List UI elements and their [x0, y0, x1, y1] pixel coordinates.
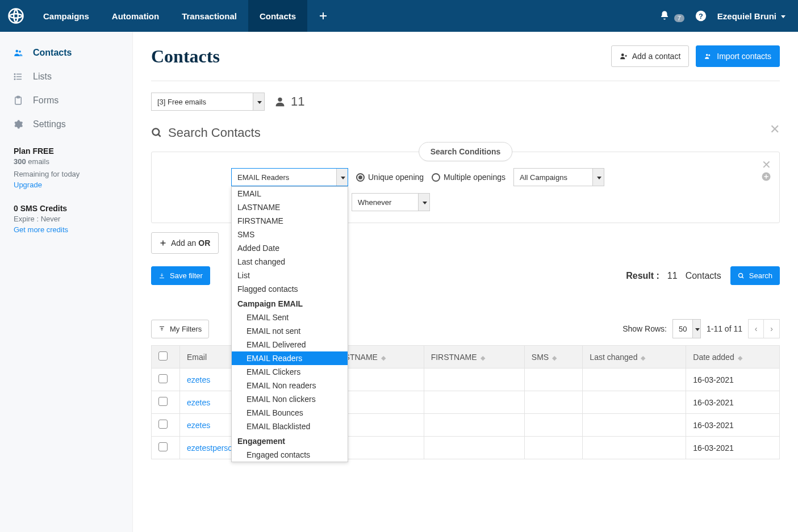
pagination: Show Rows: 50 1-11 of 11 ‹ › [622, 319, 780, 338]
dropdown-option[interactable]: EMAIL Clickers [232, 365, 348, 379]
dropdown-option[interactable]: Added Date [232, 241, 348, 255]
user-menu[interactable]: Ezequiel Bruni [717, 11, 786, 21]
list-icon [12, 72, 24, 82]
dropdown-option[interactable]: EMAIL Non clickers [232, 392, 348, 406]
email-link[interactable]: ezetes [187, 398, 210, 407]
row-checkbox[interactable] [158, 397, 168, 406]
sidebar-label-forms: Forms [33, 95, 59, 106]
search-icon [151, 127, 162, 139]
dropdown-option[interactable]: EMAIL [232, 187, 348, 200]
dropdown-option[interactable]: EMAIL Readers [232, 351, 348, 365]
help-icon[interactable]: ? [695, 10, 707, 22]
gear-icon [12, 119, 24, 129]
sidebar-item-lists[interactable]: Lists [0, 65, 132, 89]
row-checkbox[interactable] [158, 374, 168, 383]
dropdown-option[interactable]: EMAIL Sent [232, 311, 348, 324]
plan-section: Plan FREE 300 emails Remaining for today… [0, 136, 132, 194]
th-sms[interactable]: SMS◆ [524, 346, 583, 368]
th-lastchanged[interactable]: Last changed◆ [583, 346, 686, 368]
dropdown-option: Engagement [232, 433, 348, 448]
add-contact-button[interactable]: Add a contact [611, 45, 690, 67]
sidebar-label-lists: Lists [33, 72, 52, 82]
notification-bell-icon[interactable]: 7 [659, 10, 684, 22]
svg-line-29 [742, 277, 743, 278]
nav-add-icon[interactable] [307, 0, 339, 32]
nav-contacts[interactable]: Contacts [248, 0, 307, 32]
svg-point-0 [9, 9, 23, 23]
result-word: Contacts [686, 271, 721, 281]
nav-transactional[interactable]: Transactional [170, 0, 248, 32]
import-contacts-button[interactable]: Import contacts [696, 45, 780, 67]
select-all-checkbox[interactable] [158, 351, 168, 361]
svg-point-15 [621, 53, 624, 56]
plan-title: Plan FREE [14, 146, 119, 156]
next-page-button[interactable]: › [764, 319, 780, 338]
svg-point-20 [278, 98, 282, 102]
sidebar-item-forms[interactable]: Forms [0, 89, 132, 112]
email-link[interactable]: ezetes [187, 421, 210, 430]
dropdown-option[interactable]: EMAIL Non readers [232, 379, 348, 392]
chevron-down-icon [336, 169, 348, 186]
dropdown-option[interactable]: EMAIL Bounces [232, 406, 348, 420]
email-link[interactable]: ezetes [187, 375, 210, 384]
save-filter-button[interactable]: Save filter [151, 266, 210, 285]
result-label: Result : [626, 271, 659, 281]
chevron-down-icon [253, 93, 264, 110]
show-rows-label: Show Rows: [622, 324, 667, 333]
users-icon [12, 48, 24, 58]
sidebar-item-settings[interactable]: Settings [0, 112, 132, 136]
date-added-cell: 16-03-2021 [686, 437, 780, 459]
list-select[interactable]: [3] Free emails [151, 93, 265, 111]
field-select[interactable]: EMAIL Readers [231, 168, 348, 186]
add-or-condition-button[interactable]: Add an OR [151, 232, 219, 254]
dropdown-option[interactable]: EMAIL Blacklisted [232, 420, 348, 433]
campaign-select[interactable]: All Campaigns [513, 168, 604, 186]
dropdown-option[interactable]: Last changed [232, 255, 348, 269]
import-contacts-icon [704, 52, 712, 60]
upgrade-link[interactable]: Upgrade [14, 181, 119, 189]
svg-line-22 [158, 135, 161, 137]
svg-text:?: ? [699, 12, 703, 20]
dropdown-option[interactable]: Engaged contacts [232, 448, 348, 462]
get-credits-link[interactable]: Get more credits [14, 225, 119, 234]
sidebar-item-contacts[interactable]: Contacts [0, 41, 132, 65]
radio-multiple-openings[interactable]: Multiple openings [432, 173, 505, 182]
page-range: 1-11 of 11 [707, 324, 742, 333]
contact-count: 11 [274, 94, 304, 109]
dropdown-option[interactable]: List [232, 269, 348, 282]
my-filters-button[interactable]: My Filters [151, 320, 209, 338]
close-search-icon[interactable]: ✕ [770, 122, 780, 137]
search-contacts-title: Search Contacts ✕ [151, 125, 780, 140]
add-condition-icon[interactable] [761, 171, 771, 183]
dropdown-option[interactable]: EMAIL not sent [232, 324, 348, 338]
remove-condition-icon[interactable]: ✕ [762, 158, 771, 171]
dropdown-option: Campaign EMAIL [232, 296, 348, 311]
search-button[interactable]: Search [730, 266, 780, 285]
svg-point-12 [14, 79, 15, 80]
add-contact-icon [620, 52, 628, 60]
th-firstname[interactable]: FIRSTNAME◆ [424, 346, 524, 368]
dropdown-option[interactable]: FIRSTNAME [232, 214, 348, 228]
th-dateadded[interactable]: Date added◆ [686, 346, 780, 368]
time-select[interactable]: Whenever [352, 193, 430, 211]
date-added-cell: 16-03-2021 [686, 368, 780, 391]
field-dropdown-panel: EMAILLASTNAMEFIRSTNAMESMSAdded DateLast … [231, 186, 348, 462]
dropdown-option[interactable]: LASTNAME [232, 200, 348, 214]
notification-count: 7 [674, 14, 684, 22]
svg-point-28 [738, 273, 742, 277]
dropdown-option[interactable]: Flagged contacts [232, 282, 348, 296]
radio-unique-opening[interactable]: Unique opening [356, 173, 424, 182]
prev-page-button[interactable]: ‹ [748, 319, 764, 338]
row-checkbox[interactable] [158, 442, 168, 451]
svg-point-11 [14, 76, 15, 77]
chevron-down-icon [592, 169, 604, 186]
dropdown-option[interactable]: EMAIL Delivered [232, 338, 348, 351]
nav-automation[interactable]: Automation [101, 0, 170, 32]
chevron-down-icon [692, 320, 700, 338]
svg-point-18 [706, 54, 708, 56]
dropdown-option[interactable]: SMS [232, 228, 348, 241]
row-checkbox[interactable] [158, 420, 168, 429]
logo[interactable] [0, 0, 32, 32]
rows-select[interactable]: 50 [672, 319, 701, 338]
nav-campaigns[interactable]: Campaigns [32, 0, 101, 32]
